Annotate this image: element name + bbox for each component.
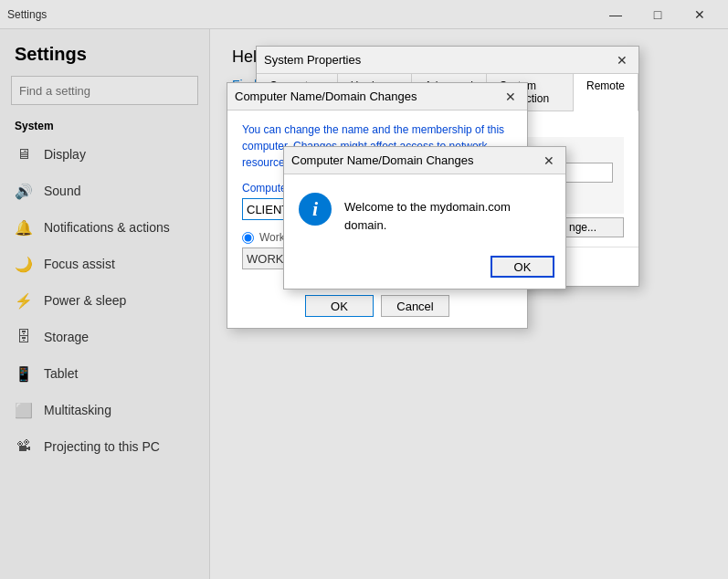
confirm-close-button[interactable]: ✕ bbox=[540, 152, 558, 170]
settings-window: Settings — □ ✕ Settings System 🖥 Display… bbox=[0, 0, 728, 579]
comp-name-close-button[interactable]: ✕ bbox=[501, 88, 520, 106]
sys-props-title: System Properties bbox=[264, 53, 361, 67]
confirm-message: Welcome to the mydomain.com domain. bbox=[344, 193, 551, 234]
tab-remote[interactable]: Remote bbox=[574, 74, 638, 111]
workgroup-radio[interactable] bbox=[242, 232, 254, 244]
confirm-footer: OK bbox=[284, 248, 565, 289]
comp-name-ok-button[interactable]: OK bbox=[305, 295, 374, 317]
comp-name-title-bar: Computer Name/Domain Changes ✕ bbox=[227, 83, 527, 111]
confirm-dialog: Computer Name/Domain Changes ✕ i Welcome… bbox=[283, 146, 566, 290]
info-icon: i bbox=[299, 193, 332, 226]
confirm-title: Computer Name/Domain Changes bbox=[291, 153, 473, 167]
comp-name-title: Computer Name/Domain Changes bbox=[235, 89, 417, 103]
sys-props-close-button[interactable]: ✕ bbox=[613, 51, 631, 69]
confirm-ok-button[interactable]: OK bbox=[491, 256, 554, 278]
comp-name-cancel-button[interactable]: Cancel bbox=[381, 295, 449, 317]
sys-props-title-bar: System Properties ✕ bbox=[257, 47, 638, 74]
comp-name-footer: OK Cancel bbox=[227, 288, 527, 328]
confirm-title-bar: Computer Name/Domain Changes ✕ bbox=[284, 147, 565, 174]
confirm-body: i Welcome to the mydomain.com domain. bbox=[284, 174, 565, 248]
